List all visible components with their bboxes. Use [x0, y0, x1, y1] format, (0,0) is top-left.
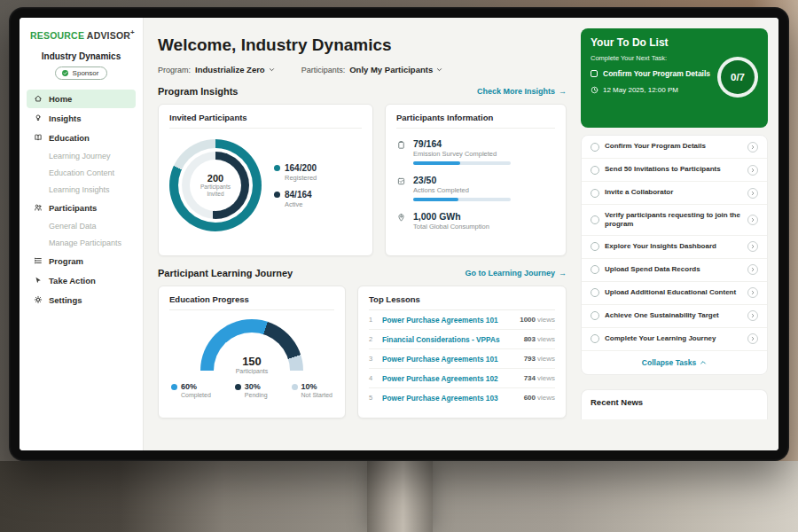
task-row-invite-collaborator[interactable]: Invite a Collaborator: [582, 182, 767, 205]
task-row-verify-participants[interactable]: Verify participants requesting to join t…: [582, 205, 767, 236]
chevron-right-icon[interactable]: [747, 215, 758, 225]
views-word: views: [537, 394, 555, 402]
sidebar-item-learning-journey[interactable]: Learning Journey: [27, 148, 136, 164]
task-label: Upload Spend Data Records: [605, 265, 742, 274]
link-label: Check More Insights: [477, 87, 555, 96]
task-row-explore-insights[interactable]: Explore Your Insights Dashboard: [582, 236, 767, 259]
invited-legend: 164/200 Registered 84/164 Active: [274, 155, 317, 216]
organization-name: Industry Dynamics: [20, 51, 143, 61]
chevron-right-icon[interactable]: [747, 287, 758, 298]
book-icon: [34, 133, 43, 142]
lesson-title-link[interactable]: Power Purchase Agreements 103: [382, 394, 519, 403]
program-filter-label: Program:: [158, 66, 191, 74]
monitor-stand: [367, 461, 433, 532]
sidebar-item-insights[interactable]: Insights: [27, 109, 136, 128]
task-row-upload-educational-content[interactable]: Upload Additional Educational Content: [582, 282, 767, 305]
views-word: views: [537, 335, 555, 343]
checkbox-icon[interactable]: [591, 189, 599, 198]
dashboard-screen: RESOURCE ADVISOR+ Industry Dynamics Spon…: [20, 18, 778, 450]
go-to-learning-journey-link[interactable]: Go to Learning Journey →: [465, 269, 567, 278]
todo-task-list: Confirm Your Program Details Send 50 Inv…: [581, 135, 768, 375]
chevron-right-icon[interactable]: [747, 188, 758, 199]
sidebar-item-manage-participants[interactable]: Manage Participants: [27, 235, 136, 251]
checkbox-icon[interactable]: [591, 242, 599, 251]
sidebar-item-label: Manage Participants: [49, 239, 121, 247]
chevron-right-icon[interactable]: [747, 142, 758, 153]
chevron-right-icon[interactable]: [747, 264, 758, 275]
check-more-insights-link[interactable]: Check More Insights →: [477, 87, 567, 96]
sidebar-item-label: Take Action: [49, 276, 96, 286]
checkbox-icon[interactable]: [591, 288, 599, 297]
checkbox-icon[interactable]: [591, 166, 599, 175]
people-icon: [34, 203, 43, 212]
lesson-row: 4 Power Purchase Agreements 102 734views: [369, 369, 555, 388]
home-icon: [34, 94, 43, 103]
legend-item-completed: 60% Completed: [171, 382, 211, 398]
sidebar-item-general-data[interactable]: General Data: [27, 218, 136, 234]
photo-background: RESOURCE ADVISOR+ Industry Dynamics Spon…: [0, 0, 798, 532]
checkbox-icon[interactable]: [591, 311, 599, 320]
chevron-right-icon[interactable]: [747, 310, 758, 321]
sidebar-item-program[interactable]: Program: [27, 252, 136, 270]
participants-filter[interactable]: Participants: Only My Participants: [301, 65, 443, 74]
stat-label: Emission Survey Completed: [413, 150, 511, 158]
education-progress-card: Education Progress 150 Participants: [158, 286, 346, 419]
legend-value: 164/200: [285, 163, 317, 173]
task-row-complete-learning-journey[interactable]: Complete Your Learning Journey: [582, 328, 767, 351]
arrow-right-icon: →: [559, 269, 567, 278]
legend-label: Registered: [285, 174, 317, 182]
monitor-bezel: RESOURCE ADVISOR+ Industry Dynamics Spon…: [9, 7, 789, 461]
lesson-title-link[interactable]: Financial Considerations - VPPAs: [382, 335, 519, 344]
stat-value: 1,000 GWh: [413, 211, 489, 222]
stat-emission-survey: 79/164 Emission Survey Completed: [396, 138, 555, 165]
sidebar-item-take-action[interactable]: Take Action: [27, 271, 136, 290]
todo-next-task[interactable]: Confirm Your Program Details: [591, 69, 719, 79]
checkbox-icon[interactable]: [591, 334, 599, 343]
logo-text-advisor: ADVISOR: [87, 30, 130, 41]
checkbox-icon[interactable]: [591, 265, 599, 274]
sidebar-item-home[interactable]: Home: [27, 90, 136, 108]
sidebar-item-learning-insights[interactable]: Learning Insights: [27, 182, 136, 198]
collapse-tasks-button[interactable]: Collapse Tasks: [582, 351, 767, 374]
task-row-achieve-target[interactable]: Achieve One Sustainability Target: [582, 305, 767, 328]
page-title: Welcome, Industry Dynamics: [158, 35, 567, 55]
program-filter-value: Industrialize Zero: [195, 65, 265, 74]
card-title: Participants Information: [396, 113, 555, 129]
stat-value: 79/164: [413, 138, 511, 149]
task-label: Explore Your Insights Dashboard: [605, 242, 742, 251]
sidebar-item-settings[interactable]: Settings: [27, 291, 136, 309]
sidebar-item-participants[interactable]: Participants: [27, 199, 136, 217]
todo-progress-ring: 0/7: [717, 57, 758, 98]
chevron-right-icon[interactable]: [747, 333, 758, 344]
program-filter[interactable]: Program: Industrialize Zero: [158, 65, 275, 74]
participants-information-card: Participants Information 79/164 Emission…: [385, 104, 567, 256]
content-area: Welcome, Industry Dynamics Program: Indu…: [144, 18, 778, 450]
card-title: Invited Participants: [169, 113, 362, 129]
sponsor-badge[interactable]: Sponsor: [55, 66, 108, 80]
task-label: Complete Your Learning Journey: [605, 334, 742, 343]
sidebar-item-education[interactable]: Education: [27, 129, 136, 147]
clipboard-icon: [396, 140, 406, 150]
sidebar-item-label: Education: [49, 133, 90, 143]
stat-value: 23/50: [413, 175, 511, 185]
checkbox-icon[interactable]: [591, 70, 598, 77]
checkbox-icon[interactable]: [591, 143, 599, 152]
todo-progress-value: 0/7: [731, 72, 745, 82]
legend-value: 10%: [301, 382, 317, 391]
checkbox-icon[interactable]: [591, 215, 599, 224]
lesson-title-link[interactable]: Power Purchase Agreements 101: [382, 316, 514, 325]
task-row-upload-spend-data[interactable]: Upload Spend Data Records: [582, 259, 767, 282]
lesson-rank: 3: [369, 355, 377, 363]
logo-text-resource: RESOURCE: [30, 30, 84, 41]
lesson-title-link[interactable]: Power Purchase Agreements 101: [382, 355, 519, 364]
insights-cards-row: Invited Participants 200 Participants In…: [158, 104, 567, 256]
task-row-confirm-program[interactable]: Confirm Your Program Details: [582, 136, 767, 159]
lesson-title-link[interactable]: Power Purchase Agreements 102: [382, 374, 519, 383]
task-row-send-invitations[interactable]: Send 50 Invitations to Participants: [582, 159, 767, 182]
sidebar-item-education-content[interactable]: Education Content: [27, 165, 136, 181]
chevron-right-icon[interactable]: [747, 165, 758, 176]
sidebar-nav: Home Insights Education Learning Journey: [20, 80, 143, 309]
card-title: Education Progress: [169, 294, 334, 310]
blue-dot-icon: [171, 384, 177, 390]
chevron-right-icon[interactable]: [747, 241, 758, 252]
